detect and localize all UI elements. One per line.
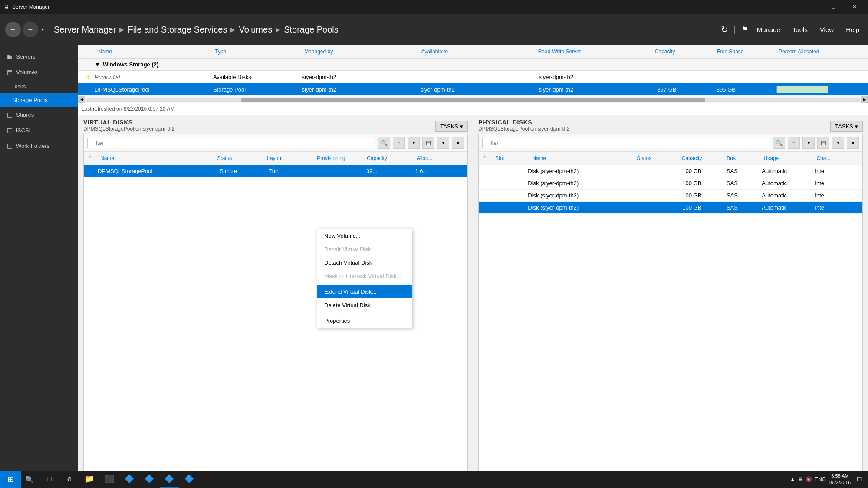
pd-col-slot[interactable]: Slot	[493, 154, 529, 163]
vd-expand-button[interactable]: ▾	[452, 137, 464, 149]
close-button[interactable]: ✕	[845, 0, 865, 14]
table-row[interactable]: DPMSQLStoragePool Storage Pool siyer-dpm…	[78, 83, 868, 96]
col-header-avail[interactable]: Available to	[418, 47, 534, 56]
vd-col-name[interactable]: Name	[98, 154, 214, 163]
warning-icon: ⚠	[82, 73, 95, 80]
vd-col-cap[interactable]: Capacity	[364, 154, 414, 163]
breadcrumb-part2[interactable]: Volumes	[239, 25, 272, 35]
help-button[interactable]: Help	[842, 24, 863, 35]
breadcrumb-part3[interactable]: Storage Pools	[284, 25, 339, 35]
vd-col-prov[interactable]: Provisioning	[314, 154, 364, 163]
manage-button[interactable]: Manage	[753, 24, 784, 35]
context-menu-detach[interactable]: Detach Virtual Disk	[317, 256, 412, 269]
col-header-rw[interactable]: Read-Write Server	[535, 47, 651, 56]
pd-row[interactable]: Disk (siyer-dpm-th2) 100 GB SAS Automati…	[479, 190, 862, 202]
taskbar-item-app2[interactable]: 🔷	[140, 471, 159, 488]
taskbar-expand-icon[interactable]: ▲	[790, 476, 795, 482]
breadcrumb-root[interactable]: Server Manager	[54, 25, 116, 35]
taskbar-item-app4[interactable]: 🔷	[180, 471, 199, 488]
taskbar-item-server-manager[interactable]: 🔷	[160, 471, 179, 488]
pd-row[interactable]: Disk (siyer-dpm-th2) 100 GB SAS Automati…	[479, 165, 862, 177]
pd-col-bus[interactable]: Bus	[724, 154, 761, 163]
vd-search-button[interactable]: 🔍	[378, 137, 390, 149]
pd-row[interactable]: Disk (siyer-dpm-th2) 100 GB SAS Automati…	[479, 202, 862, 214]
pd-tasks-button[interactable]: TASKS ▾	[830, 121, 863, 132]
pd-expand-button[interactable]: ▾	[847, 137, 859, 149]
pd-search-button[interactable]: 🔍	[773, 137, 785, 149]
taskbar-clock[interactable]: 6:58 AM 8/22/2016	[829, 473, 851, 486]
taskbar-item-explorer[interactable]: 📁	[80, 471, 99, 488]
shares-icon: ◫	[7, 111, 13, 118]
tools-button[interactable]: Tools	[789, 24, 811, 35]
sidebar-item-work-folders[interactable]: ◫ Work Folders	[0, 138, 78, 154]
maximize-button[interactable]: □	[824, 0, 844, 14]
context-menu-extend[interactable]: Extend Virtual Disk...	[317, 285, 412, 298]
vd-save-dropdown[interactable]: ▾	[437, 137, 449, 149]
sidebar-item-iscsi[interactable]: ◫ iSCSI	[0, 122, 78, 138]
vd-save-button[interactable]: 💾	[422, 137, 434, 149]
col-header-name[interactable]: Name	[95, 47, 211, 56]
col-header-free-space[interactable]: Free Space	[713, 47, 775, 56]
sidebar-label-volumes: Volumes	[16, 69, 38, 75]
refresh-button[interactable]: ↻	[721, 24, 728, 35]
h-scroll[interactable]: ◀ ▶	[78, 96, 868, 103]
pd-col-usage[interactable]: Usage	[761, 154, 814, 163]
pd-col-cap[interactable]: Capacity	[679, 154, 724, 163]
vd-dropdown-btn1[interactable]: ▾	[408, 137, 420, 149]
pd-save-button[interactable]: 💾	[817, 137, 829, 149]
sidebar-item-disks[interactable]: Disks	[0, 80, 78, 93]
col-header-pct[interactable]: Percent Allocated	[775, 47, 865, 56]
col-header-managed[interactable]: Managed by	[301, 47, 418, 56]
nav-dropdown-button[interactable]: ▾	[38, 22, 47, 37]
pd-list-view-button[interactable]: ≡	[788, 137, 800, 149]
vd-list-view-button[interactable]: ≡	[393, 137, 405, 149]
flag-icon[interactable]: ⚑	[741, 25, 748, 34]
pd-row-cap: 100 GB	[682, 204, 727, 211]
breadcrumb-part1[interactable]: File and Storage Services	[128, 25, 227, 35]
context-menu-properties[interactable]: Properties	[317, 314, 412, 328]
nav-back-button[interactable]: ←	[5, 22, 21, 37]
pd-col-status[interactable]: Status	[634, 154, 679, 163]
vd-col-layout[interactable]: Layout	[264, 154, 314, 163]
pd-col-name[interactable]: Name	[529, 154, 634, 163]
task-view-icon: □	[47, 475, 52, 484]
sidebar-item-storage-pools[interactable]: Storage Pools	[0, 93, 78, 107]
pd-col-chassis[interactable]: Cha...	[814, 154, 859, 163]
vd-col-status[interactable]: Status	[214, 154, 264, 163]
sidebar-item-shares[interactable]: ◫ Shares	[0, 107, 78, 122]
pd-row[interactable]: Disk (siyer-dpm-th2) 100 GB SAS Automati…	[479, 177, 862, 190]
nav-forward-button[interactable]: →	[23, 22, 38, 37]
scroll-left-btn[interactable]: ◀	[78, 96, 85, 103]
pd-dropdown-btn1[interactable]: ▾	[802, 137, 815, 149]
vd-tasks-button[interactable]: TASKS ▾	[435, 121, 468, 132]
pd-row-cap: 100 GB	[682, 180, 727, 187]
vd-row[interactable]: DPMSQLStoragePool Simple Thin 39... 1.6.…	[84, 165, 467, 177]
taskbar-search-button[interactable]: 🔍	[21, 471, 38, 488]
taskbar-notification-button[interactable]: ☐	[854, 474, 865, 485]
scroll-track[interactable]	[86, 98, 860, 102]
scroll-thumb[interactable]	[241, 98, 705, 102]
context-menu-mask: Mask or Unmask Virtual Disk...	[317, 269, 412, 283]
view-button[interactable]: View	[816, 24, 837, 35]
col-header-type[interactable]: Type	[211, 47, 301, 56]
explorer-icon: 📁	[85, 474, 94, 484]
vd-col-alloc[interactable]: Alloc...	[414, 154, 464, 163]
context-menu-delete[interactable]: Delete Virtual Disk	[317, 298, 412, 312]
taskbar-item-app1[interactable]: 🔷	[120, 471, 139, 488]
taskbar-item-cmd[interactable]: ⬛	[100, 471, 119, 488]
minimize-button[interactable]: ─	[803, 0, 823, 14]
pd-filter-input[interactable]	[482, 138, 770, 148]
vd-filter-input[interactable]	[87, 138, 375, 148]
scroll-right-btn[interactable]: ▶	[861, 96, 868, 103]
table-row[interactable]: ⚠ Primordial Available Disks siyer-dpm-t…	[78, 71, 868, 83]
taskbar-item-task-view[interactable]: □	[40, 471, 59, 488]
start-button[interactable]: ⊞	[0, 471, 21, 488]
taskbar-item-ie[interactable]: e	[60, 471, 79, 488]
sidebar-item-servers[interactable]: ▦ Servers	[0, 49, 78, 64]
col-header-capacity[interactable]: Capacity	[651, 47, 713, 56]
context-menu-new-volume[interactable]: New Volume...	[317, 229, 412, 242]
sidebar-item-volumes[interactable]: ▤ Volumes	[0, 64, 78, 80]
pd-save-dropdown[interactable]: ▾	[832, 137, 844, 149]
context-menu: New Volume... Repair Virtual Disk Detach…	[317, 229, 412, 328]
iscsi-icon: ◫	[7, 127, 13, 134]
